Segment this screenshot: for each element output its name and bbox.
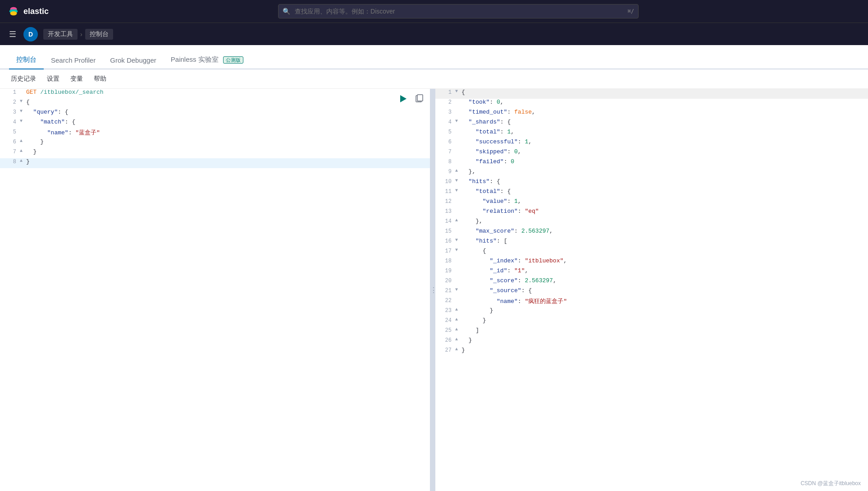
settings-button[interactable]: 设置: [45, 74, 61, 84]
top-nav: elastic 🔍 ⌘/: [0, 0, 868, 23]
svg-rect-7: [417, 95, 423, 101]
left-panel[interactable]: 1 GET /itbluebox/_search 2 ▼ { 3 ▼ "quer…: [0, 89, 432, 491]
response-line-11: 11 ▼ "total": {: [435, 188, 868, 198]
main-content: 控制台 Search Profiler Grok Debugger Painle…: [0, 45, 868, 491]
tab-bar: 控制台 Search Profiler Grok Debugger Painle…: [0, 45, 868, 69]
response-line-13: 13 "relation": "eq": [435, 208, 868, 218]
tab-grok-debugger[interactable]: Grok Debugger: [103, 52, 164, 69]
response-line-27: 27 ▲ }: [435, 347, 868, 357]
help-button[interactable]: 帮助: [92, 74, 108, 84]
response-line-22: 22 "name": "疯狂的蓝盒子": [435, 297, 868, 307]
response-line-20: 20 "_score": 2.563297,: [435, 277, 868, 287]
response-line-2: 2 "took": 0,: [435, 99, 868, 109]
response-line-5: 5 "total": 1,: [435, 128, 868, 138]
line-num-1: 1: [4, 89, 16, 96]
editor-line-5: 5 "name": "蓝盒子": [0, 128, 430, 138]
editor-line-6: 6 ▲ }: [0, 138, 430, 148]
response-line-1: 1 ▼ {: [435, 89, 868, 99]
response-line-10: 10 ▼ "hits": {: [435, 178, 868, 188]
copy-icon: [415, 94, 424, 103]
right-panel: 1 ▼ { 2 "took": 0, 3 "timed_out": false,…: [435, 89, 868, 491]
editor-line-2: 2 ▼ {: [0, 99, 430, 109]
tab-painless[interactable]: Painless 实验室 公测版: [164, 51, 251, 69]
copy-curl-button[interactable]: [413, 92, 425, 107]
svg-point-3: [10, 11, 17, 15]
elastic-logo-icon: [7, 5, 20, 18]
editor-actions: [397, 89, 425, 111]
avatar[interactable]: D: [23, 27, 38, 41]
editor-line-7: 7 ▲ }: [0, 148, 430, 158]
footer: CSDN @蓝盒子itbluebox: [800, 480, 861, 487]
code-editor: 1 GET /itbluebox/_search 2 ▼ { 3 ▼ "quer…: [0, 89, 430, 168]
footer-text: CSDN @蓝盒子itbluebox: [800, 480, 861, 486]
response-line-9: 9 ▲ },: [435, 168, 868, 178]
response-line-3: 3 "timed_out": false,: [435, 109, 868, 119]
variables-button[interactable]: 变量: [69, 74, 85, 84]
response-line-26: 26 ▲ }: [435, 337, 868, 347]
global-search-input[interactable]: [278, 4, 639, 18]
breadcrumb-console[interactable]: 控制台: [85, 29, 113, 40]
breadcrumb: 开发工具 › 控制台: [43, 29, 113, 40]
response-line-24: 24 ▲ }: [435, 317, 868, 327]
editor-line-8: 8 ▲ }: [0, 158, 430, 168]
response-line-18: 18 "_index": "itbluebox",: [435, 257, 868, 267]
resize-handle[interactable]: ⋮: [432, 89, 435, 491]
response-line-25: 25 ▲ ]: [435, 327, 868, 337]
response-line-17: 17 ▼ {: [435, 248, 868, 257]
editor-line-1: 1 GET /itbluebox/_search: [0, 89, 430, 99]
second-nav: ☰ D 开发工具 › 控制台: [0, 23, 868, 45]
beta-badge: 公测版: [223, 56, 243, 64]
breadcrumb-devtools[interactable]: 开发工具: [43, 29, 78, 40]
breadcrumb-separator: ›: [80, 31, 82, 38]
response-line-7: 7 "skipped": 0,: [435, 148, 868, 158]
tab-console[interactable]: 控制台: [9, 51, 44, 69]
response-line-12: 12 "value": 1,: [435, 198, 868, 208]
sub-toolbar: 历史记录 设置 变量 帮助: [0, 69, 868, 89]
editor-area: 1 GET /itbluebox/_search 2 ▼ { 3 ▼ "quer…: [0, 89, 868, 491]
search-shortcut: ⌘/: [628, 8, 634, 14]
response-line-4: 4 ▼ "_shards": {: [435, 119, 868, 128]
editor-line-4: 4 ▼ "match": {: [0, 119, 430, 128]
global-search-bar: 🔍 ⌘/: [278, 4, 639, 18]
response-line-6: 6 "successful": 1,: [435, 138, 868, 148]
response-line-19: 19 "_id": "1",: [435, 267, 868, 277]
play-icon: [398, 94, 407, 103]
tab-search-profiler[interactable]: Search Profiler: [44, 52, 103, 69]
svg-point-4: [11, 7, 16, 10]
elastic-text: elastic: [23, 7, 49, 16]
history-button[interactable]: 历史记录: [9, 74, 38, 84]
hamburger-button[interactable]: ☰: [7, 28, 18, 41]
response-line-8: 8 "failed": 0: [435, 158, 868, 168]
response-line-16: 16 ▼ "hits": [: [435, 238, 868, 248]
response-line-21: 21 ▼ "_source": {: [435, 287, 868, 297]
svg-marker-5: [400, 95, 407, 102]
response-line-15: 15 "max_score": 2.563297,: [435, 228, 868, 238]
search-icon: 🔍: [283, 8, 290, 15]
response-line-14: 14 ▲ },: [435, 218, 868, 228]
editor-line-3: 3 ▼ "query": {: [0, 109, 430, 119]
response-line-23: 23 ▲ }: [435, 307, 868, 317]
run-button[interactable]: [397, 92, 409, 107]
elastic-logo: elastic: [7, 5, 49, 18]
